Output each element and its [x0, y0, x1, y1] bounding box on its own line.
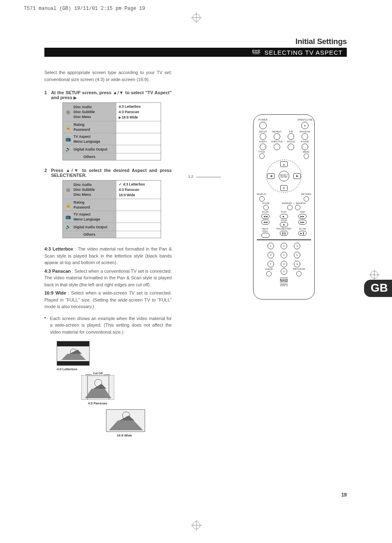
menu-button-icon: [304, 153, 309, 159]
checked-option: 4:3 Letterbox: [119, 182, 158, 186]
step-2-text: Press ▲/▼ to select the desired Aspect a…: [51, 168, 172, 178]
slow-button-icon: ▶❚: [298, 231, 307, 236]
page-content: Initial Settings DVDVIDEO SELECTING TV A…: [44, 37, 347, 498]
skip-fwd2-icon: ▶▶: [298, 220, 307, 225]
example-letterbox-image: [57, 341, 90, 366]
dpad-left-icon: ◀: [267, 173, 274, 179]
next-disc-icon: [261, 233, 270, 238]
step-1-text: At the SETUP screen, press ▲/▼ to select…: [51, 90, 172, 100]
disc-icon: ◎: [65, 109, 71, 115]
title-button-icon: [259, 153, 265, 159]
dpad-up-icon: ▲: [280, 161, 288, 167]
page-number: 19: [341, 492, 347, 498]
cutoff-label: Cut Off: [92, 372, 104, 375]
num-2-icon: 2: [281, 243, 287, 249]
print-header: T571 manual (GB) 19/11/01 2:15 pm Page 1…: [24, 6, 145, 12]
note-bullet: • Each screen shows an example when the …: [44, 315, 172, 336]
angle-button-icon: [288, 144, 294, 150]
step-1: 1 At the SETUP screen, press ▲/▼ to sele…: [44, 90, 172, 160]
skip-fwd-icon: ▶▶: [298, 214, 307, 219]
crop-mark-right: [369, 269, 380, 280]
example-wide-label: 16:9 Wide: [106, 434, 172, 437]
repeat-button-icon: [274, 133, 280, 140]
selected-option: 16:9 Wide: [119, 115, 158, 119]
svg-rect-10: [57, 361, 90, 366]
select-enter-button-icon: SELECT ENTER: [279, 171, 289, 181]
subsection-bar: DVDVIDEO SELECTING TV ASPECT: [44, 48, 347, 57]
play-button-icon: ▶: [280, 214, 288, 219]
crop-mark-top: [191, 12, 202, 23]
section-title: Initial Settings: [44, 37, 347, 46]
svg-rect-9: [57, 341, 90, 346]
search-button-icon: [295, 205, 300, 210]
return-button-icon: [304, 196, 309, 202]
step-1-number: 1: [44, 90, 47, 100]
dvd-logo-icon: DVDVIDEO: [252, 50, 261, 55]
zoom-button-icon: [263, 205, 269, 210]
display-button-icon: [259, 196, 265, 202]
num-0-icon: 0: [281, 268, 287, 275]
num-8-icon: 8: [281, 261, 287, 267]
tv-icon: 📺: [65, 137, 71, 142]
setup-menu-1: ◎ Disc AudioDisc SubtitleDisc Menu 4:3 L…: [62, 102, 161, 160]
dpad-down-icon: ▼: [280, 185, 288, 191]
marker-button-icon: [287, 205, 293, 210]
subsection-title: SELECTING TV ASPECT: [265, 49, 343, 56]
num-5-icon: 5: [281, 252, 287, 258]
dpad-right-icon: ▶: [293, 173, 301, 179]
audio-out-icon: 🔊: [65, 146, 71, 152]
play-arrow-icon: ▶: [74, 95, 77, 100]
num-9-icon: 9: [294, 261, 300, 267]
num-6-icon: 6: [294, 252, 300, 258]
subtitle-button-icon: [274, 144, 280, 150]
example-panscan-image: [81, 375, 114, 400]
step-2-number: 2: [44, 168, 47, 178]
pause-button-icon: ❚❚: [280, 231, 288, 236]
callout-line: [196, 177, 221, 177]
program-button-icon: [296, 271, 302, 276]
desc-letterbox: 4:3 Letterbox : The video material not f…: [44, 246, 172, 266]
left-column: Select the appropriate screen type accor…: [44, 69, 172, 440]
right-column: 1,2 POWER OPEN/CLOSE▲ SETUP REPEAT A-B R…: [184, 69, 347, 440]
example-panscan-label: 4:3 Panscan: [81, 401, 172, 405]
remote-brand: NAD: [256, 278, 312, 282]
dpad: SELECT ENTER ▲ ▼ ◀ ▶: [261, 160, 307, 193]
remote-diagram: POWER OPEN/CLOSE▲ SETUP REPEAT A-B RANDO…: [253, 114, 315, 299]
setup-button-icon: [260, 133, 266, 140]
open-close-button-icon: ▲: [301, 122, 309, 129]
step-2: 2 Press ▲/▼ to select the desired Aspect…: [44, 168, 172, 238]
scan-back2-icon: ◀◀: [261, 220, 270, 225]
example-wide-image: [106, 409, 145, 432]
clear-button-icon: [266, 271, 272, 276]
sound-button-icon: [302, 144, 308, 150]
aspect-examples: 4:3 Letterbox Cut Off 4:3 Panscan: [44, 341, 172, 437]
desc-wide: 16:9 Wide : Select when a wide-screen TV…: [44, 290, 172, 310]
intro-text: Select the appropriate screen type accor…: [44, 69, 172, 83]
scan-back-icon: ◀◀: [261, 214, 270, 219]
callout-label: 1,2: [188, 174, 194, 179]
num-7-icon: 7: [267, 261, 274, 267]
num-4-icon: 4: [267, 252, 274, 258]
power-button-icon: [259, 122, 267, 129]
audio-button-icon: [260, 144, 266, 150]
crop-mark-bottom: [191, 520, 202, 531]
num-1-icon: 1: [267, 243, 274, 249]
ab-button-icon: [288, 133, 294, 140]
language-tab: GB: [364, 280, 392, 297]
setup-menu-2: ◎ Disc AudioDisc SubtitleDisc Menu 4:3 L…: [62, 180, 161, 238]
desc-panscan: 4:3 Panscan : Select when a conventional…: [44, 268, 172, 288]
remote-model: DVD-2: [280, 284, 288, 287]
random-button-icon: [302, 133, 308, 140]
stop-button-icon: ■: [280, 222, 288, 227]
lock-icon: 🔒: [65, 125, 71, 130]
num-3-icon: 3: [294, 243, 300, 249]
example-letterbox-label: 4:3 Letterbox: [57, 367, 172, 371]
